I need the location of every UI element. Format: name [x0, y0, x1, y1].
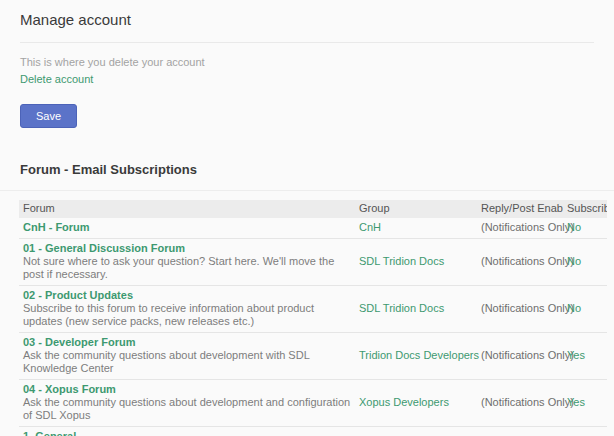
table-header: Forum Group Reply/Post Enabled Subscribe [19, 200, 607, 218]
column-header-subscribe: Subscribe [563, 200, 607, 218]
forum-link[interactable]: CnH - Forum [23, 221, 90, 233]
column-header-group: Group [355, 200, 477, 218]
forum-link[interactable]: 02 - Product Updates [23, 289, 133, 301]
subscriptions-table: Forum Group Reply/Post Enabled Subscribe… [19, 200, 607, 436]
group-cell: SDL Tridion Docs [355, 286, 477, 333]
subscribe-toggle-link[interactable]: Yes [567, 349, 585, 361]
column-header-forum: Forum [19, 200, 355, 218]
forum-description: Ask the community questions about develo… [23, 396, 351, 422]
table-body: CnH - ForumCnH(Notifications Only)No01 -… [19, 218, 607, 436]
title-divider [20, 42, 594, 43]
forum-description: Subscribe to this forum to receive infor… [23, 302, 351, 328]
forum-cell: 04 - Xopus ForumAsk the community questi… [19, 380, 355, 427]
reply-post-status: (Notifications Only) [481, 396, 574, 408]
forum-link[interactable]: 03 - Developer Forum [23, 336, 135, 348]
reply-post-status: (Notifications Only) [481, 302, 574, 314]
delete-info-text: This is where you delete your account [20, 56, 594, 69]
reply-post-status: (Notifications Only) [481, 255, 574, 267]
reply-post-status: (Notifications Only) [481, 349, 574, 361]
group-cell: CnH [355, 218, 477, 239]
forum-subscriptions-heading: Forum - Email Subscriptions [20, 162, 594, 177]
group-link[interactable]: Tridion Docs Developers [359, 349, 479, 361]
subscribe-toggle-link[interactable]: No [567, 302, 581, 314]
group-link[interactable]: CnH [359, 221, 381, 233]
subscribe-toggle-link[interactable]: No [567, 221, 581, 233]
forum-description: Ask the community questions about develo… [23, 349, 351, 375]
forum-cell: 02 - Product UpdatesSubscribe to this fo… [19, 286, 355, 333]
table-row: 03 - Developer ForumAsk the community qu… [19, 333, 607, 380]
forum-link[interactable]: 01 - General Discussion Forum [23, 242, 185, 254]
subscribe-cell: Yes [563, 333, 607, 380]
table-row: 04 - Xopus ForumAsk the community questi… [19, 380, 607, 427]
subscribe-cell: Yes [563, 380, 607, 427]
group-cell: SDL Tridion Docs [355, 239, 477, 286]
group-link[interactable]: Xopus Developers [359, 396, 449, 408]
reply-post-cell: (Notifications Only) [477, 286, 563, 333]
group-link[interactable]: SDL Tridion Docs [359, 255, 444, 267]
subscribe-cell: No [563, 286, 607, 333]
forum-cell: 1. GeneralIf your question doesn't file … [19, 427, 355, 436]
subscribe-cell: No [563, 218, 607, 239]
group-cell: Tridion Docs Developers [355, 333, 477, 380]
group-cell: SDL Language Cloud [355, 427, 477, 436]
table-row: 02 - Product UpdatesSubscribe to this fo… [19, 286, 607, 333]
forum-cell: 01 - General Discussion ForumNot sure wh… [19, 239, 355, 286]
forum-cell: CnH - Forum [19, 218, 355, 239]
page-title: Manage account [20, 0, 594, 29]
subscriptions-table-container: Forum Group Reply/Post Enabled Subscribe… [19, 200, 607, 436]
reply-post-cell: (Notifications Only) [477, 380, 563, 427]
subscribe-toggle-link[interactable]: No [567, 255, 581, 267]
column-header-reply-post-enabled: Reply/Post Enabled [477, 200, 563, 218]
table-row: 1. GeneralIf your question doesn't file … [19, 427, 607, 436]
subscribe-cell: No [563, 239, 607, 286]
group-link[interactable]: SDL Tridion Docs [359, 302, 444, 314]
table-row: 01 - General Discussion ForumNot sure wh… [19, 239, 607, 286]
reply-post-cell: (Notifications Only) [477, 218, 563, 239]
reply-post-cell: (Notifications Only) [477, 239, 563, 286]
forum-link[interactable]: 04 - Xopus Forum [23, 383, 116, 395]
table-row: CnH - ForumCnH(Notifications Only)No [19, 218, 607, 239]
reply-post-status: (Notifications Only) [481, 221, 574, 233]
reply-post-cell: (Notifications Only) [477, 427, 563, 436]
section-divider [0, 190, 614, 191]
forum-cell: 03 - Developer ForumAsk the community qu… [19, 333, 355, 380]
forum-link[interactable]: 1. General [23, 430, 76, 436]
delete-account-link[interactable]: Delete account [20, 73, 93, 86]
page-content: Manage account This is where you delete … [0, 0, 614, 177]
save-button[interactable]: Save [20, 104, 77, 128]
forum-description: Not sure where to ask your question? Sta… [23, 255, 351, 281]
reply-post-cell: (Notifications Only) [477, 333, 563, 380]
subscribe-cell: No [563, 427, 607, 436]
subscribe-toggle-link[interactable]: Yes [567, 396, 585, 408]
group-cell: Xopus Developers [355, 380, 477, 427]
